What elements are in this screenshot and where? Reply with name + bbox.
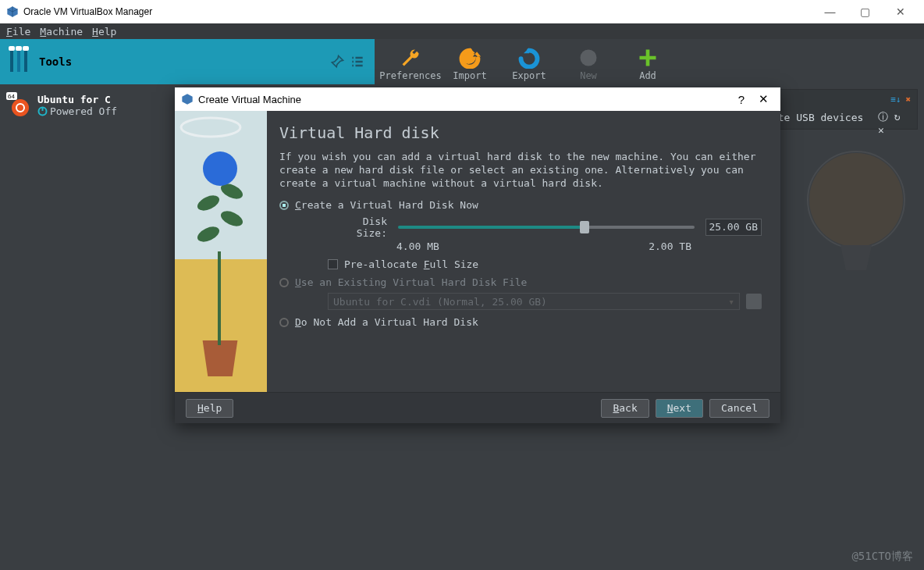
- back-button[interactable]: Back: [601, 399, 649, 418]
- pin-icon[interactable]: [329, 54, 345, 69]
- svg-rect-5: [23, 46, 29, 51]
- dialog-description: If you wish you can add a virtual hard d…: [279, 150, 762, 190]
- svg-rect-1: [17, 48, 20, 72]
- dialog-close-button[interactable]: ✕: [752, 92, 774, 106]
- notif-delete-icon[interactable]: ✖: [905, 94, 911, 105]
- export-button[interactable]: Export: [499, 39, 559, 84]
- dialog-illustration: [175, 111, 267, 392]
- chevron-down-icon: ▾: [728, 296, 734, 308]
- option-create-disk[interactable]: Create a Virtual Hard Disk Now: [279, 199, 762, 211]
- checkbox-icon: [328, 259, 338, 269]
- dialog-footer: Help Back Next Cancel: [175, 392, 780, 423]
- option-no-disk[interactable]: Do Not Add a Virtual Hard Disk: [279, 316, 762, 328]
- help-button[interactable]: Help: [186, 399, 233, 418]
- menubar: File Machine Help: [0, 23, 924, 39]
- disk-size-max: 2.00 TB: [649, 240, 691, 252]
- import-icon: [459, 47, 481, 69]
- ubuntu-icon: 64: [6, 92, 33, 119]
- import-button[interactable]: Import: [440, 39, 499, 84]
- virtualbox-icon: [181, 93, 194, 105]
- add-button[interactable]: Add: [618, 39, 677, 84]
- menu-machine[interactable]: Machine: [40, 26, 83, 37]
- disk-size-min: 4.00 MB: [396, 240, 439, 252]
- slider-handle[interactable]: [580, 221, 589, 233]
- toolbar: Tools Preferences Import Export New Add: [0, 39, 924, 84]
- svg-text:64: 64: [8, 93, 15, 100]
- vm-name: Ubuntu for C: [37, 94, 117, 105]
- watermark: @51CTO博客: [851, 550, 913, 564]
- svg-point-14: [181, 118, 240, 137]
- preallocate-checkbox[interactable]: Pre-allocate Full Size: [328, 258, 762, 270]
- radio-icon: [279, 318, 289, 327]
- cancel-button[interactable]: Cancel: [709, 399, 769, 418]
- svg-point-9: [12, 99, 29, 116]
- tools-label: Tools: [39, 55, 72, 68]
- preferences-button[interactable]: Preferences: [381, 39, 440, 84]
- notif-sort-icon[interactable]: ≡↓: [890, 94, 901, 105]
- menu-file[interactable]: File: [6, 26, 30, 37]
- sidebar: 64 Ubuntu for C Powered Off: [0, 84, 173, 570]
- plus-icon: [637, 47, 659, 69]
- dialog-title: Create Virtual Machine: [198, 94, 730, 105]
- starburst-icon: [578, 47, 599, 69]
- create-vm-dialog: Create Virtual Machine ? ✕ Virtual Hard …: [175, 87, 780, 423]
- existing-file-value: Ubuntu for C.vdi (Normal, 25.00 GB): [333, 296, 547, 308]
- export-icon: [518, 47, 540, 69]
- svg-rect-2: [24, 48, 27, 72]
- svg-rect-4: [16, 46, 22, 51]
- svg-point-6: [581, 50, 597, 66]
- next-button[interactable]: Next: [656, 399, 703, 418]
- minimize-button[interactable]: —: [812, 5, 848, 18]
- svg-rect-3: [9, 46, 15, 51]
- virtualbox-icon: [6, 5, 19, 18]
- dialog-heading: Virtual Hard disk: [279, 123, 762, 142]
- radio-icon: [279, 201, 289, 210]
- window-titlebar: Oracle VM VirtualBox Manager — ▢ ✕: [0, 0, 924, 23]
- existing-file-selector: Ubuntu for C.vdi (Normal, 25.00 GB) ▾: [328, 293, 762, 310]
- option-use-existing[interactable]: Use an Existing Virtual Hard Disk File: [279, 276, 762, 288]
- radio-icon: [279, 278, 289, 287]
- disk-size-label: Disk Size:: [328, 216, 387, 239]
- cloud-icon: [179, 116, 242, 139]
- slider-track[interactable]: [398, 226, 695, 229]
- new-button[interactable]: New: [559, 39, 618, 84]
- dialog-help-icon[interactable]: ?: [730, 93, 752, 106]
- notif-refresh-icon[interactable]: ↻: [894, 111, 901, 123]
- browse-file-button: [746, 294, 762, 309]
- list-icon[interactable]: [350, 54, 365, 69]
- disk-size-value[interactable]: 25.00 GB: [705, 219, 762, 236]
- svg-rect-0: [10, 48, 13, 72]
- tools-button[interactable]: Tools: [0, 39, 375, 84]
- window-title: Oracle VM VirtualBox Manager: [23, 6, 812, 17]
- menu-help[interactable]: Help: [92, 26, 116, 37]
- close-button[interactable]: ✕: [883, 5, 918, 18]
- wrench-icon: [400, 47, 421, 69]
- maximize-button[interactable]: ▢: [848, 5, 883, 18]
- balloon-illustration: [798, 145, 915, 286]
- vm-list-item[interactable]: 64 Ubuntu for C Powered Off: [3, 91, 170, 120]
- notif-info-icon[interactable]: ⓘ: [878, 111, 888, 123]
- tools-icon: [6, 46, 31, 77]
- disk-size-slider[interactable]: Disk Size: 25.00 GB: [328, 216, 762, 239]
- vm-state: Powered Off: [37, 105, 117, 117]
- dialog-titlebar: Create Virtual Machine ? ✕: [175, 87, 780, 111]
- notif-close-icon[interactable]: ✕: [878, 124, 884, 136]
- power-icon: [37, 106, 48, 116]
